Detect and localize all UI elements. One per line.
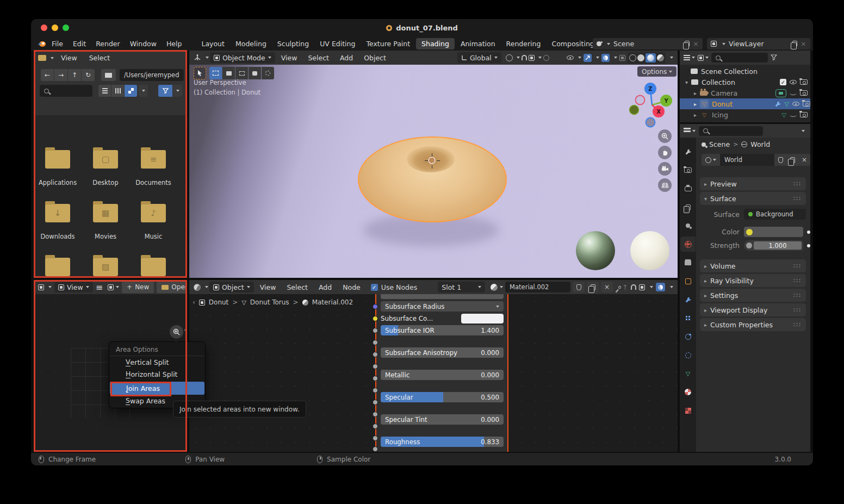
new-scene-icon[interactable] <box>685 41 690 47</box>
hide-render-icon[interactable] <box>803 101 810 107</box>
outliner-row-collection[interactable]: ▾ Collection ✓ <box>685 77 808 88</box>
panel-preview[interactable]: ▸ Preview <box>700 177 806 190</box>
principled-bsdf-node[interactable]: Subsurface Radius Subsurface Co... Subsu… <box>375 294 508 452</box>
fake-user-button[interactable] <box>774 154 786 166</box>
socket-color[interactable] <box>373 316 378 321</box>
socket-float[interactable] <box>373 352 378 357</box>
refresh-button[interactable]: ↻ <box>82 69 95 81</box>
new-view-layer-icon[interactable] <box>792 41 797 47</box>
folder-label[interactable]: Downloads <box>34 233 82 240</box>
panel-grip[interactable] <box>793 322 802 327</box>
viewport-zoom-button[interactable] <box>658 129 672 143</box>
tab-object[interactable] <box>680 273 696 289</box>
tab-view-layer[interactable] <box>680 200 696 215</box>
editor-type-selector[interactable] <box>38 284 52 290</box>
socket-float[interactable] <box>373 446 378 452</box>
outliner-row-icing[interactable]: ▸ ▽ Icing ▽ <box>694 109 808 120</box>
panel-grip[interactable] <box>793 293 802 297</box>
snap-magnet-icon[interactable] <box>522 55 527 60</box>
folder-label[interactable]: Applications <box>34 179 82 186</box>
navigation-gizmo[interactable]: Z Y X <box>625 80 678 133</box>
fake-user-button[interactable] <box>573 282 585 293</box>
chevron-down-icon[interactable] <box>614 57 617 59</box>
tab-world-active[interactable] <box>680 237 696 252</box>
snap-target-icon[interactable] <box>529 55 535 61</box>
viewport-menu-view[interactable]: View <box>276 54 302 62</box>
tab-texture[interactable] <box>680 403 696 418</box>
box-select-alt-button[interactable] <box>235 67 248 79</box>
pivot-point-icon[interactable] <box>506 54 513 61</box>
tab-sculpting[interactable]: Sculpting <box>272 40 314 48</box>
tab-layout[interactable]: Layout <box>196 40 229 48</box>
tab-uv-editing[interactable]: UV Editing <box>315 40 360 48</box>
viewport-menu-add[interactable]: Add <box>335 54 358 62</box>
socket-float[interactable] <box>373 435 378 441</box>
node-row-slider[interactable]: Roughness0.833 <box>381 437 504 447</box>
folder-item[interactable]: ♪ <box>141 204 166 222</box>
panel-viewport-display[interactable]: ▸ Viewport Display <box>700 303 806 316</box>
hide-viewport-icon[interactable] <box>792 102 799 106</box>
node-row-color[interactable]: Subsurface Co... <box>381 313 504 323</box>
tweak-select-button[interactable] <box>222 67 235 79</box>
viewport-menu-select[interactable]: Select <box>303 54 334 62</box>
folder-label[interactable]: Movies <box>82 233 129 240</box>
keyframe-dot-icon[interactable] <box>807 231 810 234</box>
menu-item-join-areas[interactable]: Join Areas <box>110 382 204 395</box>
tab-shading-active[interactable]: Shading <box>416 38 455 49</box>
outliner-display-mode[interactable] <box>698 55 709 61</box>
wireframe-shading-button[interactable] <box>629 54 636 61</box>
menu-file[interactable]: File <box>47 40 68 48</box>
nav-forward-button[interactable]: → <box>54 69 67 81</box>
viewport-area[interactable]: Object Mode View Select Add Object Globa… <box>189 51 678 278</box>
panel-ray-visibility[interactable]: ▸ Ray Visibility <box>700 274 806 287</box>
panel-settings[interactable]: ▸ Settings <box>700 289 806 302</box>
socket-float[interactable] <box>373 412 378 417</box>
folder-item[interactable] <box>141 258 166 276</box>
unlink-material-button[interactable]: × <box>601 282 613 293</box>
open-image-button[interactable]: Open <box>157 281 187 293</box>
hidden-viewport-icon[interactable] <box>790 113 797 117</box>
viewport-camera-button[interactable] <box>658 162 672 176</box>
scene-selector[interactable]: Scene × <box>593 38 703 49</box>
shader-editor-area[interactable]: Object View Select Add Node ✓ Use Nodes … <box>189 280 678 452</box>
properties-search-input[interactable] <box>699 126 763 136</box>
node-row-slider[interactable]: Subsurface Anisotropy0.000 <box>381 347 504 358</box>
world-name-field[interactable]: World <box>720 154 774 166</box>
chevron-down-icon[interactable] <box>802 130 805 132</box>
node-row-slider[interactable]: Subsurface IOR1.400 <box>381 325 504 335</box>
file-search-input[interactable] <box>40 85 92 97</box>
overlays-toggle[interactable] <box>656 283 665 291</box>
xray-toggle[interactable] <box>619 55 625 61</box>
outliner-row-scene-collection[interactable]: Scene Collection <box>691 66 758 77</box>
filter-funnel-icon[interactable] <box>771 54 777 61</box>
tab-modifiers[interactable] <box>680 292 696 307</box>
collection-checkbox[interactable]: ✓ <box>780 79 786 85</box>
nav-up-button[interactable]: ↑ <box>68 69 81 81</box>
viewport-menu-object[interactable]: Object <box>359 54 391 62</box>
tab-material[interactable] <box>680 384 696 400</box>
node-row-clipped[interactable] <box>381 294 504 299</box>
show-overlays-toggle[interactable] <box>601 54 610 62</box>
socket-vector[interactable] <box>373 304 378 309</box>
node-row-slider[interactable]: Specular0.500 <box>381 392 504 402</box>
display-horizontal-list-button[interactable] <box>111 85 124 97</box>
chevron-down-icon[interactable] <box>517 57 520 59</box>
snap-magnet-icon[interactable] <box>631 284 636 290</box>
socket-float[interactable] <box>373 364 378 369</box>
color-swatch-field[interactable] <box>744 227 803 237</box>
viewport-options-button[interactable]: Options <box>637 66 677 77</box>
editor-type-selector[interactable] <box>684 55 695 60</box>
tab-output[interactable] <box>680 181 696 196</box>
panel-grip[interactable] <box>793 182 802 186</box>
tab-constraints[interactable] <box>680 347 696 363</box>
new-image-button[interactable]: + New <box>122 281 154 293</box>
chevron-down-icon[interactable] <box>670 57 673 59</box>
material-datablock[interactable]: Material.002 × <box>491 282 621 293</box>
collapsed-menus-icon[interactable]: ≡ <box>96 282 103 293</box>
folder-item[interactable] <box>45 258 70 276</box>
rendered-shading-button[interactable] <box>657 54 664 61</box>
tab-object-data[interactable]: ▽ <box>680 366 696 381</box>
editor-type-selector[interactable] <box>684 128 696 134</box>
solid-shading-button[interactable] <box>637 54 644 61</box>
panel-grip[interactable] <box>793 308 802 312</box>
